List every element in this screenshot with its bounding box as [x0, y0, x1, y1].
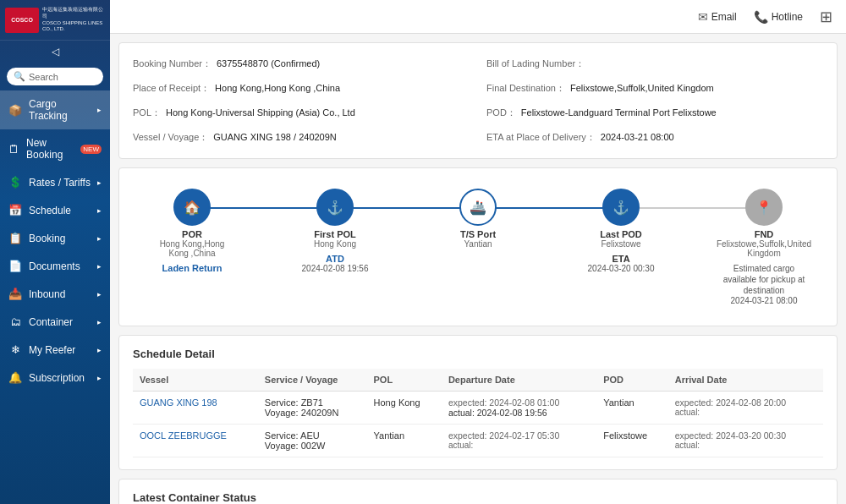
progress-section: 🏠 POR Hong Kong,Hong Kong ,China Laden R…	[133, 180, 823, 314]
schedule-table-header: Vessel Service / Voyage POL Departure Da…	[133, 369, 823, 392]
eta-label: ETA	[588, 254, 655, 264]
arrival-expected-1: expected: 2024-02-08 20:00	[675, 397, 816, 408]
service-2: Service: AEU Voyage: 002W	[258, 425, 367, 457]
sidebar-item-schedule[interactable]: 📅 Schedule ▸	[0, 196, 110, 224]
fnd-sublabel: Felixstowe,Suffolk,United Kingdom	[717, 239, 811, 258]
sidebar-item-cargo-tracking[interactable]: 📦 Cargo Tracking ▸	[0, 90, 110, 129]
collapse-button[interactable]: ◁	[0, 41, 110, 63]
ts-port-label: T/S Port	[460, 229, 496, 239]
vessel-voyage-row: Vessel / Voyage： GUANG XING 198 / 240209…	[133, 129, 470, 146]
reefer-label: My Reefer	[29, 344, 75, 356]
inbound-icon: 📥	[8, 288, 22, 300]
search-label: Search	[29, 72, 58, 82]
search-box[interactable]: 🔍 Search	[7, 68, 103, 85]
new-booking-label: New Booking	[26, 137, 72, 161]
pol-1: Hong Kong	[367, 392, 442, 425]
phone-icon: 📞	[754, 10, 768, 24]
email-label: Email	[711, 11, 737, 23]
schedule-label: Schedule	[29, 205, 71, 216]
qr-button[interactable]: ⊞	[820, 8, 832, 26]
cargo-tracking-label: Cargo Tracking	[29, 98, 91, 122]
container-label: Container	[29, 316, 73, 328]
por-sublabel: Hong Kong,Hong Kong ,China	[150, 239, 234, 258]
vessel-voyage-label: Vessel / Voyage：	[133, 131, 208, 144]
fnd-status: Estimated cargo available for pickup at …	[722, 263, 806, 305]
pod-row: POD： Felixstowe-Landguard Terminal Port …	[486, 104, 823, 122]
final-destination-label: Final Destination：	[486, 82, 565, 95]
bill-of-lading-row: Bill of Lading Number：	[486, 55, 823, 73]
last-pod-circle: ⚓	[602, 189, 640, 226]
col-pod: POD	[596, 369, 668, 392]
eta-place-row: ETA at Place of Delivery： 2024-03-21 08:…	[486, 129, 823, 146]
voyage-1: Voyage: 240209N	[265, 408, 360, 418]
ts-port-circle: 🚢	[459, 189, 497, 226]
eta-date: 2024-03-20 00:30	[588, 264, 655, 273]
documents-icon: 📄	[8, 260, 22, 272]
email-button[interactable]: ✉ Email	[698, 10, 737, 24]
last-pod-sublabel: Felixstowe	[601, 239, 640, 249]
first-pol-label: First POL	[314, 229, 356, 239]
content-area: Booking Number： 6375548870 (Confirmed) B…	[110, 34, 846, 504]
table-row: GUANG XING 198 Service: ZB71 Voyage: 240…	[133, 392, 823, 425]
booking-icon: 📋	[8, 232, 22, 244]
logo-area: COSCO 中远海运集装箱运输有限公司 COSCO SHIPPING LINES…	[0, 0, 110, 41]
por-status: Laden Return	[162, 263, 222, 273]
pod-label: POD：	[486, 107, 516, 119]
last-pod-label: Last POD	[600, 229, 642, 239]
inbound-label: Inbound	[29, 288, 65, 300]
reefer-icon: ❄	[8, 343, 22, 356]
hotline-button[interactable]: 📞 Hotline	[754, 10, 803, 24]
estimated-date: 2024-03-21 08:00	[722, 296, 806, 305]
container-status-title: Latest Container Status	[133, 491, 823, 504]
estimated-label: Estimated cargo available for pickup at …	[722, 263, 806, 296]
place-of-receipt-label: Place of Receipt：	[133, 82, 210, 95]
col-pol: POL	[367, 369, 442, 392]
fnd-label: FND	[755, 229, 774, 239]
cargo-tracking-arrow: ▸	[97, 106, 102, 114]
arrival-actual-1: actual:	[675, 408, 816, 417]
departure-1: expected: 2024-02-08 01:00 actual: 2024-…	[442, 392, 596, 425]
sidebar-item-container[interactable]: 🗂 Container ▸	[0, 308, 110, 336]
stop-por: 🏠 POR Hong Kong,Hong Kong ,China Laden R…	[150, 189, 234, 273]
arrival-actual-2: actual:	[675, 441, 816, 450]
sidebar-item-subscription[interactable]: 🔔 Subscription ▸	[0, 364, 110, 392]
track-line-filled	[184, 207, 632, 209]
sidebar-item-booking[interactable]: 📋 Booking ▸	[0, 224, 110, 252]
first-pol-circle: ⚓	[316, 189, 354, 226]
main-wrapper: ✉ Email 📞 Hotline ⊞ Booking Number： 6375…	[110, 0, 846, 504]
pol-label: POL：	[133, 107, 161, 119]
new-badge: NEW	[80, 145, 102, 154]
progress-card: 🏠 POR Hong Kong,Hong Kong ,China Laden R…	[118, 167, 838, 326]
pol-value: Hong Kong-Universal Shipping (Asia) Co.,…	[166, 107, 355, 118]
container-status-card: Latest Container Status Container No. La…	[118, 479, 838, 504]
vessel-2: OOCL ZEEBRUGGE	[133, 425, 258, 457]
sidebar-item-inbound[interactable]: 📥 Inbound ▸	[0, 280, 110, 308]
sidebar: COSCO 中远海运集装箱运输有限公司 COSCO SHIPPING LINES…	[0, 0, 110, 504]
subscription-label: Subscription	[29, 372, 85, 384]
arrival-expected-2: expected: 2024-03-20 00:30	[675, 430, 816, 441]
por-circle: 🏠	[173, 189, 211, 226]
pol-row: POL： Hong Kong-Universal Shipping (Asia)…	[133, 104, 470, 122]
stop-last-pod: ⚓ Last POD Felixstowe ETA 2024-03-20 00:…	[579, 189, 663, 273]
service-1: Service: ZB71 Voyage: 240209N	[258, 392, 367, 425]
departure-2: expected: 2024-02-17 05:30 actual:	[442, 425, 596, 457]
documents-label: Documents	[29, 260, 80, 272]
container-icon: 🗂	[8, 315, 22, 328]
sidebar-item-new-booking[interactable]: 🗒 New Booking NEW	[0, 129, 110, 168]
schedule-icon: 📅	[8, 204, 22, 216]
sidebar-item-rates-tariffs[interactable]: 💲 Rates / Tariffs ▸	[0, 168, 110, 196]
pod-1: Yantian	[596, 392, 668, 425]
sidebar-item-my-reefer[interactable]: ❄ My Reefer ▸	[0, 336, 110, 364]
booking-label: Booking	[29, 233, 65, 244]
first-pol-status: ATD 2024-02-08 19:56	[302, 254, 369, 273]
voyage-2: Voyage: 002W	[265, 441, 360, 451]
first-pol-sublabel: Hong Kong	[314, 239, 356, 249]
col-vessel: Vessel	[133, 369, 258, 392]
final-destination-row: Final Destination： Felixstowe,Suffolk,Un…	[486, 79, 823, 97]
qr-icon: ⊞	[820, 8, 832, 26]
sidebar-item-documents[interactable]: 📄 Documents ▸	[0, 252, 110, 280]
rates-label: Rates / Tariffs	[29, 177, 91, 189]
service-code-2: Service: AEU	[265, 430, 360, 441]
atd-date: 2024-02-08 19:56	[302, 264, 369, 273]
email-icon: ✉	[698, 10, 708, 24]
